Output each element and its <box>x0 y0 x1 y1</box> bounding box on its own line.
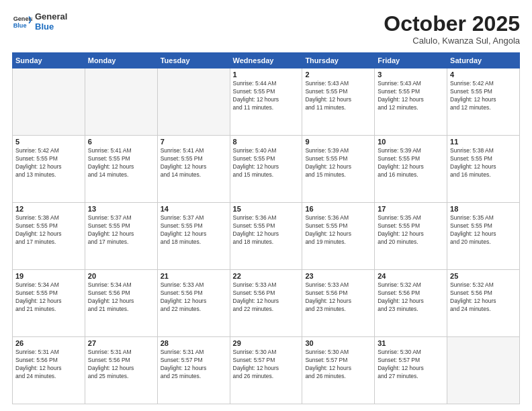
day-info-line: Sunrise: 5:35 AM <box>378 214 444 222</box>
day-info-line: Sunrise: 5:36 AM <box>305 214 371 222</box>
day-number: 24 <box>378 272 444 280</box>
day-info-line: and 23 minutes. <box>378 306 444 314</box>
calendar-cell: 19Sunrise: 5:34 AMSunset: 5:55 PMDayligh… <box>13 270 85 337</box>
day-info-line: Daylight: 12 hours <box>450 96 517 104</box>
day-info-line: Daylight: 12 hours <box>378 230 444 238</box>
day-info-line: and 26 minutes. <box>305 373 371 381</box>
calendar-week-3: 19Sunrise: 5:34 AMSunset: 5:55 PMDayligh… <box>13 270 520 337</box>
calendar-header-row: SundayMondayTuesdayWednesdayThursdayFrid… <box>13 53 520 68</box>
day-info-line: Sunrise: 5:33 AM <box>305 281 371 289</box>
day-info-line: Daylight: 12 hours <box>233 163 300 171</box>
day-number: 28 <box>161 339 227 347</box>
day-info-line: Daylight: 12 hours <box>305 365 371 373</box>
day-number: 20 <box>88 272 154 280</box>
day-number: 31 <box>378 339 444 347</box>
day-info-line: Sunset: 5:55 PM <box>15 289 82 298</box>
day-info-line: Sunrise: 5:43 AM <box>305 80 371 88</box>
day-info-line: Sunset: 5:55 PM <box>450 155 517 163</box>
day-info-line: and 17 minutes. <box>15 238 82 246</box>
day-number: 11 <box>450 138 517 146</box>
day-info-line: and 11 minutes. <box>233 104 300 112</box>
calendar-cell: 26Sunrise: 5:31 AMSunset: 5:56 PMDayligh… <box>13 337 85 404</box>
day-number: 21 <box>161 272 227 280</box>
day-number: 30 <box>305 339 371 347</box>
location-subtitle: Calulo, Kwanza Sul, Angola <box>384 36 520 46</box>
col-header-sunday: Sunday <box>13 53 85 68</box>
day-number: 27 <box>88 339 154 347</box>
calendar-cell: 4Sunrise: 5:42 AMSunset: 5:55 PMDaylight… <box>447 68 520 136</box>
calendar-cell: 24Sunrise: 5:32 AMSunset: 5:56 PMDayligh… <box>375 270 447 337</box>
day-info-line: and 12 minutes. <box>378 104 444 112</box>
day-info-line: and 12 minutes. <box>450 104 517 112</box>
day-number: 5 <box>15 138 82 146</box>
day-info-line: Daylight: 12 hours <box>88 365 154 373</box>
calendar-cell: 9Sunrise: 5:39 AMSunset: 5:55 PMDaylight… <box>302 136 375 203</box>
day-info-line: Sunset: 5:57 PM <box>161 357 227 365</box>
day-number: 19 <box>15 272 82 280</box>
day-info-line: Sunset: 5:55 PM <box>305 88 371 96</box>
col-header-tuesday: Tuesday <box>157 53 230 68</box>
day-number: 3 <box>378 71 444 79</box>
day-info-line: Daylight: 12 hours <box>450 230 517 238</box>
day-info-line: and 15 minutes. <box>233 171 300 179</box>
day-info-line: and 24 minutes. <box>450 306 517 314</box>
day-number: 9 <box>305 138 371 146</box>
day-info-line: Sunrise: 5:31 AM <box>161 349 227 357</box>
day-number: 13 <box>88 205 154 213</box>
day-info-line: Sunrise: 5:36 AM <box>233 214 300 222</box>
day-info-line: Sunrise: 5:32 AM <box>450 281 517 289</box>
svg-text:Blue: Blue <box>13 22 27 29</box>
day-number: 12 <box>15 205 82 213</box>
day-info-line: Daylight: 12 hours <box>305 96 371 104</box>
day-info-line: Daylight: 12 hours <box>305 230 371 238</box>
calendar-cell <box>13 68 85 136</box>
day-info-line: and 19 minutes. <box>305 238 371 246</box>
calendar-cell: 5Sunrise: 5:42 AMSunset: 5:55 PMDaylight… <box>13 136 85 203</box>
day-info-line: Sunrise: 5:38 AM <box>450 147 517 155</box>
calendar-cell: 28Sunrise: 5:31 AMSunset: 5:57 PMDayligh… <box>157 337 230 404</box>
day-info-line: and 15 minutes. <box>305 171 371 179</box>
calendar-table: SundayMondayTuesdayWednesdayThursdayFrid… <box>12 52 520 404</box>
day-info-line: Daylight: 12 hours <box>15 230 82 238</box>
day-info-line: and 14 minutes. <box>88 171 154 179</box>
day-info-line: Sunset: 5:56 PM <box>15 357 82 365</box>
day-info-line: Daylight: 12 hours <box>450 163 517 171</box>
day-info-line: Sunset: 5:55 PM <box>233 155 300 163</box>
day-info-line: Daylight: 12 hours <box>88 230 154 238</box>
calendar-cell: 12Sunrise: 5:38 AMSunset: 5:55 PMDayligh… <box>13 203 85 270</box>
day-info-line: Sunrise: 5:34 AM <box>15 281 82 289</box>
day-info-line: Sunset: 5:55 PM <box>161 155 227 163</box>
day-info-line: Sunrise: 5:40 AM <box>233 147 300 155</box>
day-info-line: Daylight: 12 hours <box>378 96 444 104</box>
calendar-cell: 10Sunrise: 5:39 AMSunset: 5:55 PMDayligh… <box>375 136 447 203</box>
day-info-line: Sunset: 5:56 PM <box>161 289 227 298</box>
day-info-line: Sunrise: 5:41 AM <box>161 147 227 155</box>
logo-icon: General Blue <box>12 12 32 32</box>
day-info-line: Sunset: 5:55 PM <box>305 155 371 163</box>
month-title: October 2025 <box>384 12 520 36</box>
day-info-line: and 17 minutes. <box>88 238 154 246</box>
calendar-cell: 2Sunrise: 5:43 AMSunset: 5:55 PMDaylight… <box>302 68 375 136</box>
day-number: 1 <box>233 71 300 79</box>
day-info-line: Sunrise: 5:32 AM <box>378 281 444 289</box>
day-info-line: Sunrise: 5:35 AM <box>450 214 517 222</box>
day-info-line: Sunrise: 5:37 AM <box>88 214 154 222</box>
day-info-line: Sunset: 5:55 PM <box>450 88 517 96</box>
day-info-line: Daylight: 12 hours <box>378 298 444 306</box>
day-info-line: Sunrise: 5:38 AM <box>15 214 82 222</box>
day-info-line: and 14 minutes. <box>161 171 227 179</box>
day-number: 16 <box>305 205 371 213</box>
day-info-line: Sunset: 5:55 PM <box>88 222 154 230</box>
day-info-line: and 24 minutes. <box>15 373 82 381</box>
calendar-cell: 7Sunrise: 5:41 AMSunset: 5:55 PMDaylight… <box>157 136 230 203</box>
calendar-cell: 27Sunrise: 5:31 AMSunset: 5:56 PMDayligh… <box>85 337 157 404</box>
day-number: 18 <box>450 205 517 213</box>
day-info-line: Daylight: 12 hours <box>15 163 82 171</box>
calendar-cell: 30Sunrise: 5:30 AMSunset: 5:57 PMDayligh… <box>302 337 375 404</box>
day-info-line: Sunset: 5:56 PM <box>378 289 444 298</box>
day-info-line: Daylight: 12 hours <box>378 365 444 373</box>
col-header-monday: Monday <box>85 53 157 68</box>
day-number: 14 <box>161 205 227 213</box>
day-info-line: and 11 minutes. <box>305 104 371 112</box>
calendar-cell: 23Sunrise: 5:33 AMSunset: 5:56 PMDayligh… <box>302 270 375 337</box>
